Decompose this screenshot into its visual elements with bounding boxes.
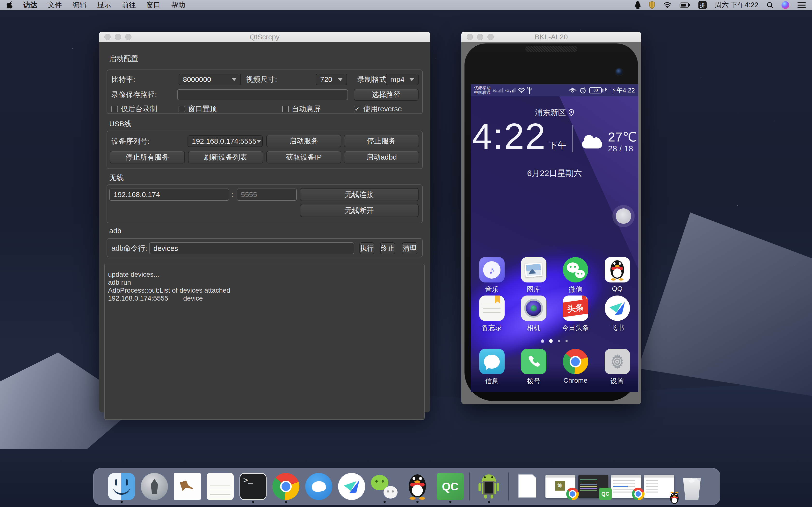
choose-path-button[interactable]: 选择路径 [354, 89, 418, 101]
start-adbd-button[interactable]: 启动adbd [344, 151, 419, 163]
close-window-button[interactable] [467, 34, 473, 40]
running-indicator [449, 501, 451, 503]
dock-trash[interactable] [676, 469, 708, 503]
menu-help[interactable]: 帮助 [171, 0, 185, 10]
apple-icon[interactable] [6, 1, 12, 9]
dock-minimized-window-baidu[interactable] [610, 469, 642, 503]
dock-seal-app[interactable] [303, 469, 335, 503]
bitrate-combobox[interactable]: 8000000 [179, 74, 241, 85]
clock-widget[interactable]: 4:22 下午 27℃ 28 / 18 [471, 118, 638, 154]
checkbox-background-record[interactable]: 仅后台录制 [111, 104, 157, 114]
stop-service-button[interactable]: 停止服务 [344, 135, 419, 147]
dock-minimized-window-qq[interactable] [643, 469, 675, 503]
minimized-window-thumbnail [644, 475, 674, 498]
zoom-window-button[interactable] [125, 34, 132, 40]
app-feishu[interactable]: 飞书 [603, 295, 631, 332]
adb-clear-button[interactable]: 清理 [402, 242, 417, 254]
wifi-icon[interactable] [663, 2, 671, 8]
menu-file[interactable]: 文件 [48, 0, 62, 10]
assistive-floating-ball[interactable] [616, 208, 631, 224]
weather-block[interactable]: 27℃ 28 / 18 [580, 130, 637, 153]
checkbox-box-checked[interactable] [354, 106, 360, 112]
chevron-down-icon [256, 140, 261, 143]
pinyin-input-icon[interactable]: 拼 [698, 1, 707, 9]
shield-icon[interactable] [649, 1, 655, 9]
dock-qc-app[interactable]: QC [435, 469, 466, 503]
app-chrome[interactable]: Chrome [561, 349, 590, 386]
phone-window-titlebar[interactable]: BKL-AL20 [461, 32, 641, 42]
menu-edit[interactable]: 编辑 [72, 0, 87, 10]
checkbox-label: 窗口置顶 [188, 104, 217, 114]
running-indicator [120, 501, 123, 503]
checkbox-screen-off[interactable]: 自动息屏 [282, 104, 321, 114]
log-line: update devices... [108, 270, 421, 278]
phone-screen[interactable]: 优酷移动 中国联通 3G 4G [471, 84, 638, 392]
app-wechat[interactable]: 微信 [561, 257, 590, 294]
adb-cmd-input[interactable] [149, 242, 354, 254]
app-label: 备忘录 [481, 323, 502, 332]
wireless-port-input[interactable] [237, 188, 297, 201]
menu-app-name[interactable]: 访达 [23, 0, 37, 10]
dock-documents-stack[interactable] [512, 469, 544, 503]
notification-center-icon[interactable] [798, 2, 806, 8]
checkbox-box[interactable] [179, 106, 185, 112]
siri-icon[interactable] [781, 1, 789, 9]
menubar-clock[interactable]: 周六 下午4:22 [715, 0, 759, 10]
app-toutiao[interactable]: 头条 1 今日头条 [561, 295, 590, 332]
app-messages[interactable]: 信息 [477, 349, 506, 386]
running-indicator [384, 501, 386, 503]
refresh-devices-button[interactable]: 刷新设备列表 [188, 151, 263, 163]
menu-go[interactable]: 前往 [122, 0, 136, 10]
dock-chrome[interactable] [270, 469, 302, 503]
adb-run-button[interactable]: 执行 [359, 242, 374, 254]
dock-launchpad[interactable] [139, 469, 170, 503]
record-path-input[interactable] [177, 89, 348, 100]
close-window-button[interactable] [104, 34, 111, 40]
dock-paper-plane-app[interactable] [336, 469, 367, 503]
dock-minimized-window-code[interactable]: QC [577, 469, 609, 503]
checkbox-use-reverse[interactable]: 使用reverse [354, 104, 402, 114]
minimize-window-button[interactable] [477, 34, 483, 40]
record-format-combobox[interactable]: mp4 [386, 74, 418, 85]
app-qq[interactable]: QQ [603, 257, 631, 294]
adb-log-output[interactable]: update devices... adb run AdbProcess::ou… [104, 264, 424, 420]
dock-android-scrcpy[interactable] [473, 469, 505, 503]
wireless-disconnect-button[interactable]: 无线断开 [300, 204, 418, 217]
dock-finder[interactable] [106, 469, 138, 503]
dock-wechat[interactable] [369, 469, 400, 503]
dock-qq[interactable] [402, 469, 433, 503]
app-dialer[interactable]: 拨号 [519, 349, 548, 386]
dock-notes[interactable] [204, 469, 236, 503]
checkbox-box[interactable] [111, 106, 118, 112]
qtscrcpy-titlebar[interactable]: QtScrcpy [99, 32, 430, 42]
android-robot-icon [475, 473, 502, 500]
wireless-ip-input[interactable] [109, 188, 230, 201]
app-music[interactable]: ♪ 音乐 [477, 257, 506, 294]
menu-window[interactable]: 窗口 [146, 0, 160, 10]
checkbox-box[interactable] [282, 106, 289, 112]
app-settings[interactable]: 设置 [603, 349, 631, 386]
app-notes[interactable]: 备忘录 [477, 295, 506, 332]
wireless-connect-button[interactable]: 无线连接 [300, 188, 418, 201]
get-device-ip-button[interactable]: 获取设备IP [266, 151, 341, 163]
dock-mail[interactable] [171, 469, 203, 503]
qq-menubar-icon[interactable] [635, 1, 641, 9]
battery-icon[interactable] [679, 2, 690, 8]
dock-terminal[interactable]: >_ [237, 469, 269, 503]
video-size-combobox[interactable]: 720 [316, 74, 347, 85]
dock-minimized-window-kun[interactable]: 坤 [545, 469, 576, 503]
chrome-badge-icon [632, 488, 645, 500]
serial-combobox[interactable]: 192.168.0.174:5555 [188, 135, 263, 147]
checkbox-always-on-top[interactable]: 窗口置顶 [179, 104, 217, 114]
stop-all-services-button[interactable]: 停止所有服务 [110, 151, 185, 163]
adb-kill-button[interactable]: 终止 [380, 242, 395, 254]
app-camera[interactable]: 相机 [519, 295, 548, 332]
spotlight-search-icon[interactable] [767, 2, 773, 8]
app-gallery[interactable]: 图库 [519, 257, 548, 294]
menu-view[interactable]: 显示 [97, 0, 111, 10]
log-line: AdbProcess::out:List of devices attached [108, 286, 421, 294]
zoom-window-button[interactable] [488, 34, 494, 40]
minimize-window-button[interactable] [115, 34, 121, 40]
usb-group-label: USB线 [109, 119, 132, 129]
start-service-button[interactable]: 启动服务 [266, 135, 341, 147]
